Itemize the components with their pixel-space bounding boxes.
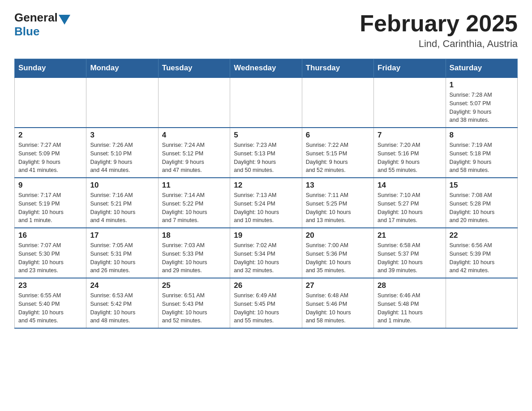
calendar-cell: 6Sunrise: 7:22 AMSunset: 5:15 PMDaylight… — [302, 128, 373, 178]
calendar-cell — [302, 77, 373, 128]
week-row-1: 1Sunrise: 7:28 AMSunset: 5:07 PMDaylight… — [15, 77, 518, 128]
calendar-cell: 5Sunrise: 7:23 AMSunset: 5:13 PMDaylight… — [230, 128, 302, 178]
day-info: Sunrise: 7:24 AMSunset: 5:12 PMDaylight:… — [162, 141, 226, 175]
calendar-cell: 21Sunrise: 6:58 AMSunset: 5:37 PMDayligh… — [374, 228, 446, 278]
day-number: 13 — [306, 181, 370, 190]
calendar-cell: 28Sunrise: 6:46 AMSunset: 5:48 PMDayligh… — [374, 278, 446, 328]
day-number: 25 — [162, 281, 226, 290]
calendar-cell — [158, 77, 230, 128]
day-number: 11 — [162, 181, 226, 190]
col-header-saturday: Saturday — [446, 59, 517, 78]
day-number: 1 — [450, 81, 514, 90]
col-header-thursday: Thursday — [302, 59, 373, 78]
day-number: 8 — [450, 131, 514, 140]
day-info: Sunrise: 6:55 AMSunset: 5:40 PMDaylight:… — [18, 291, 82, 325]
day-number: 20 — [306, 231, 370, 240]
calendar-table: SundayMondayTuesdayWednesdayThursdayFrid… — [14, 59, 518, 329]
day-number: 16 — [18, 231, 82, 240]
day-info: Sunrise: 7:13 AMSunset: 5:24 PMDaylight:… — [234, 191, 298, 225]
calendar-cell: 22Sunrise: 6:56 AMSunset: 5:39 PMDayligh… — [446, 228, 517, 278]
day-number: 12 — [234, 181, 298, 190]
day-number: 2 — [18, 131, 82, 140]
day-info: Sunrise: 7:02 AMSunset: 5:34 PMDaylight:… — [234, 241, 298, 275]
day-info: Sunrise: 6:53 AMSunset: 5:42 PMDaylight:… — [90, 291, 154, 325]
week-row-5: 23Sunrise: 6:55 AMSunset: 5:40 PMDayligh… — [15, 278, 518, 328]
day-info: Sunrise: 7:26 AMSunset: 5:10 PMDaylight:… — [90, 141, 154, 175]
calendar-cell: 13Sunrise: 7:11 AMSunset: 5:25 PMDayligh… — [302, 178, 373, 228]
day-info: Sunrise: 6:56 AMSunset: 5:39 PMDaylight:… — [450, 241, 514, 275]
calendar-cell: 8Sunrise: 7:19 AMSunset: 5:18 PMDaylight… — [446, 128, 517, 178]
week-row-4: 16Sunrise: 7:07 AMSunset: 5:30 PMDayligh… — [15, 228, 518, 278]
day-number: 4 — [162, 131, 226, 140]
day-number: 17 — [90, 231, 154, 240]
calendar-cell — [230, 77, 302, 128]
day-number: 24 — [90, 281, 154, 290]
day-info: Sunrise: 6:49 AMSunset: 5:45 PMDaylight:… — [234, 291, 298, 325]
calendar-cell: 15Sunrise: 7:08 AMSunset: 5:28 PMDayligh… — [446, 178, 517, 228]
calendar-title: February 2025 — [360, 11, 518, 36]
calendar-cell: 16Sunrise: 7:07 AMSunset: 5:30 PMDayligh… — [15, 228, 86, 278]
col-header-monday: Monday — [86, 59, 158, 78]
day-info: Sunrise: 7:19 AMSunset: 5:18 PMDaylight:… — [450, 141, 514, 175]
calendar-cell — [446, 278, 517, 328]
day-number: 26 — [234, 281, 298, 290]
day-number: 6 — [306, 131, 370, 140]
day-number: 14 — [378, 181, 442, 190]
day-info: Sunrise: 7:17 AMSunset: 5:19 PMDaylight:… — [18, 191, 82, 225]
calendar-cell: 24Sunrise: 6:53 AMSunset: 5:42 PMDayligh… — [86, 278, 158, 328]
calendar-cell: 17Sunrise: 7:05 AMSunset: 5:31 PMDayligh… — [86, 228, 158, 278]
day-number: 21 — [378, 231, 442, 240]
calendar-cell: 7Sunrise: 7:20 AMSunset: 5:16 PMDaylight… — [374, 128, 446, 178]
col-header-wednesday: Wednesday — [230, 59, 302, 78]
week-row-3: 9Sunrise: 7:17 AMSunset: 5:19 PMDaylight… — [15, 178, 518, 228]
logo-blue-text: Blue — [14, 25, 39, 39]
header-row: SundayMondayTuesdayWednesdayThursdayFrid… — [15, 59, 518, 78]
calendar-cell — [15, 77, 86, 128]
day-info: Sunrise: 7:28 AMSunset: 5:07 PMDaylight:… — [450, 91, 514, 124]
day-number: 28 — [378, 281, 442, 290]
day-number: 15 — [450, 181, 514, 190]
calendar-cell: 12Sunrise: 7:13 AMSunset: 5:24 PMDayligh… — [230, 178, 302, 228]
day-info: Sunrise: 7:03 AMSunset: 5:33 PMDaylight:… — [162, 241, 226, 275]
day-info: Sunrise: 7:10 AMSunset: 5:27 PMDaylight:… — [378, 191, 442, 225]
day-info: Sunrise: 7:08 AMSunset: 5:28 PMDaylight:… — [450, 191, 514, 225]
calendar-cell: 4Sunrise: 7:24 AMSunset: 5:12 PMDaylight… — [158, 128, 230, 178]
logo-general-text: General — [14, 11, 58, 25]
calendar-cell: 14Sunrise: 7:10 AMSunset: 5:27 PMDayligh… — [374, 178, 446, 228]
calendar-cell: 11Sunrise: 7:14 AMSunset: 5:22 PMDayligh… — [158, 178, 230, 228]
calendar-cell: 18Sunrise: 7:03 AMSunset: 5:33 PMDayligh… — [158, 228, 230, 278]
day-number: 9 — [18, 181, 82, 190]
day-info: Sunrise: 7:05 AMSunset: 5:31 PMDaylight:… — [90, 241, 154, 275]
calendar-cell — [86, 77, 158, 128]
col-header-friday: Friday — [374, 59, 446, 78]
day-info: Sunrise: 7:16 AMSunset: 5:21 PMDaylight:… — [90, 191, 154, 225]
day-info: Sunrise: 7:00 AMSunset: 5:36 PMDaylight:… — [306, 241, 370, 275]
logo: General Blue — [14, 11, 71, 39]
calendar-cell: 23Sunrise: 6:55 AMSunset: 5:40 PMDayligh… — [15, 278, 86, 328]
day-info: Sunrise: 6:58 AMSunset: 5:37 PMDaylight:… — [378, 241, 442, 275]
calendar-cell: 1Sunrise: 7:28 AMSunset: 5:07 PMDaylight… — [446, 77, 517, 128]
calendar-cell: 19Sunrise: 7:02 AMSunset: 5:34 PMDayligh… — [230, 228, 302, 278]
day-info: Sunrise: 6:46 AMSunset: 5:48 PMDaylight:… — [378, 291, 442, 325]
col-header-tuesday: Tuesday — [158, 59, 230, 78]
calendar-cell: 20Sunrise: 7:00 AMSunset: 5:36 PMDayligh… — [302, 228, 373, 278]
calendar-cell — [374, 77, 446, 128]
title-block: February 2025 Lind, Carinthia, Austria — [360, 11, 518, 50]
day-info: Sunrise: 7:27 AMSunset: 5:09 PMDaylight:… — [18, 141, 82, 175]
day-number: 3 — [90, 131, 154, 140]
logo-triangle-icon — [59, 15, 70, 25]
day-number: 18 — [162, 231, 226, 240]
day-number: 22 — [450, 231, 514, 240]
calendar-cell: 27Sunrise: 6:48 AMSunset: 5:46 PMDayligh… — [302, 278, 373, 328]
day-number: 5 — [234, 131, 298, 140]
day-number: 19 — [234, 231, 298, 240]
day-number: 10 — [90, 181, 154, 190]
day-info: Sunrise: 6:51 AMSunset: 5:43 PMDaylight:… — [162, 291, 226, 325]
day-info: Sunrise: 7:22 AMSunset: 5:15 PMDaylight:… — [306, 141, 370, 175]
calendar-cell: 25Sunrise: 6:51 AMSunset: 5:43 PMDayligh… — [158, 278, 230, 328]
day-info: Sunrise: 6:48 AMSunset: 5:46 PMDaylight:… — [306, 291, 370, 325]
day-number: 7 — [378, 131, 442, 140]
calendar-cell: 9Sunrise: 7:17 AMSunset: 5:19 PMDaylight… — [15, 178, 86, 228]
day-info: Sunrise: 7:23 AMSunset: 5:13 PMDaylight:… — [234, 141, 298, 175]
page-header: General Blue February 2025 Lind, Carinth… — [14, 11, 518, 50]
